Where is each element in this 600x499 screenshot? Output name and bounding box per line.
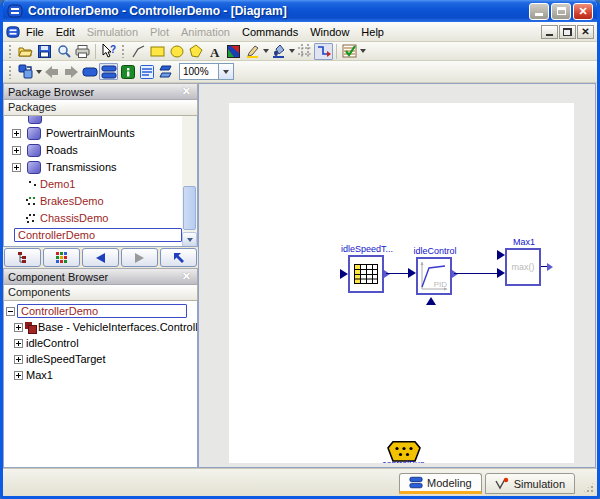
scroll-down-button[interactable] xyxy=(182,232,197,247)
input-port-upper[interactable] xyxy=(497,250,505,260)
tree-row-base[interactable]: Base - VehicleInterfaces.Controllers.In.… xyxy=(4,319,197,335)
connection-wire[interactable] xyxy=(454,273,498,274)
pen-color-button[interactable] xyxy=(243,43,262,60)
minimize-button[interactable] xyxy=(529,3,549,20)
go-up-button[interactable] xyxy=(160,248,197,267)
expand-icon[interactable] xyxy=(12,146,21,155)
zoom-level-value[interactable]: 100% xyxy=(179,63,219,80)
mdi-minimize-button[interactable] xyxy=(541,25,558,39)
model-actions-button[interactable] xyxy=(16,63,35,80)
input-port-lower[interactable] xyxy=(497,268,505,278)
components-column-header[interactable]: Components xyxy=(3,285,198,301)
text-layer-button[interactable] xyxy=(137,63,156,80)
tree-row-idlespeedtarget[interactable]: idleSpeedTarget xyxy=(4,351,197,367)
open-button[interactable] xyxy=(16,43,35,60)
icon-layer-button[interactable] xyxy=(80,63,99,80)
tab-simulation[interactable]: Simulation xyxy=(485,473,575,494)
tree-row-brakesdemo[interactable]: BrakesDemo xyxy=(4,193,197,209)
block-idlecontrol[interactable]: PID xyxy=(416,257,452,295)
output-port[interactable] xyxy=(547,263,553,271)
package-tree-scrollbar[interactable] xyxy=(182,116,197,247)
browser-back-button[interactable] xyxy=(82,248,119,267)
zoom-dropdown-button[interactable] xyxy=(219,63,234,80)
expand-icon[interactable] xyxy=(12,163,21,172)
tree-row-idlecontrol[interactable]: idleControl xyxy=(4,335,197,351)
output-port[interactable] xyxy=(384,270,390,278)
zoom-button[interactable] xyxy=(54,43,73,60)
expand-icon[interactable] xyxy=(14,355,23,364)
connect-mode-button[interactable] xyxy=(314,43,333,60)
icon-view-button[interactable] xyxy=(43,248,80,267)
tree-row-controllerdemo-root[interactable]: ControllerDemo xyxy=(4,303,197,319)
toolbar-grip[interactable] xyxy=(8,44,13,58)
back-button[interactable] xyxy=(42,63,61,80)
scroll-thumb[interactable] xyxy=(183,186,196,230)
check-model-button[interactable] xyxy=(340,43,359,60)
mdi-close-button[interactable]: ✕ xyxy=(577,25,594,39)
package-browser-close-icon[interactable]: ✕ xyxy=(180,85,193,98)
diagram-canvas[interactable]: idleSpeedT... idleControl xyxy=(229,103,574,463)
grid-button[interactable] xyxy=(295,43,314,60)
tab-modeling[interactable]: Modeling xyxy=(399,473,482,494)
package-hierarchy-button[interactable] xyxy=(4,248,41,267)
collapse-icon[interactable] xyxy=(6,307,15,316)
component-browser-close-icon[interactable]: ✕ xyxy=(180,270,193,283)
menu-animation[interactable]: Animation xyxy=(175,24,236,40)
rectangle-tool-button[interactable] xyxy=(148,43,167,60)
tree-row-powertrainmounts[interactable]: PowertrainMounts xyxy=(4,125,197,141)
input-port[interactable] xyxy=(340,269,348,279)
tree-row-max1[interactable]: Max1 xyxy=(4,367,197,383)
forward-button[interactable] xyxy=(61,63,80,80)
tree-row-chassisdemo[interactable]: ChassisDemo xyxy=(4,210,197,226)
zoom-combo[interactable]: 100% xyxy=(179,63,234,80)
tree-row-transmissions[interactable]: Transmissions xyxy=(4,159,197,175)
expand-icon[interactable] xyxy=(14,323,23,332)
save-button[interactable] xyxy=(35,43,54,60)
connection-wire[interactable] xyxy=(386,273,409,274)
output-port[interactable] xyxy=(452,270,458,278)
toolbar-grip[interactable] xyxy=(8,65,13,79)
selected-item[interactable]: ControllerDemo xyxy=(14,228,182,242)
menu-help[interactable]: Help xyxy=(355,24,390,40)
polygon-tool-button[interactable] xyxy=(186,43,205,60)
package-browser-header[interactable]: Package Browser ✕ xyxy=(3,83,198,100)
resize-grip[interactable] xyxy=(582,481,595,494)
close-button[interactable]: ✕ xyxy=(573,3,593,20)
menu-edit[interactable]: Edit xyxy=(50,24,81,40)
packages-column-header[interactable]: Packages xyxy=(3,100,198,116)
block-max1[interactable]: max() xyxy=(505,248,541,286)
mdi-document-icon[interactable] xyxy=(6,25,20,39)
block-idlespeedtarget[interactable] xyxy=(348,255,384,293)
input-port[interactable] xyxy=(408,268,416,278)
maximize-button[interactable] xyxy=(551,3,571,20)
text-tool-button[interactable]: A xyxy=(205,43,224,60)
component-view-button[interactable] xyxy=(156,63,175,80)
documentation-button[interactable] xyxy=(118,63,137,80)
selected-item[interactable]: ControllerDemo xyxy=(17,304,187,318)
expand-icon[interactable] xyxy=(14,371,23,380)
menu-file[interactable]: File xyxy=(20,24,50,40)
expand-icon[interactable] xyxy=(12,129,21,138)
check-model-dropdown[interactable] xyxy=(360,49,366,53)
ellipse-tool-button[interactable] xyxy=(167,43,186,60)
component-browser-header[interactable]: Component Browser ✕ xyxy=(3,268,198,285)
menu-commands[interactable]: Commands xyxy=(236,24,304,40)
fill-color-button[interactable] xyxy=(269,43,288,60)
context-help-button[interactable]: ? xyxy=(99,43,118,60)
menu-simulation[interactable]: Simulation xyxy=(81,24,144,40)
mdi-restore-button[interactable] xyxy=(559,25,576,39)
expand-icon[interactable] xyxy=(14,339,23,348)
title-bar[interactable]: ControllerDemo - ControllerDemo - [Diagr… xyxy=(3,0,597,22)
browser-forward-button[interactable] xyxy=(121,248,158,267)
line-tool-button[interactable] xyxy=(129,43,148,60)
toolbar-grip[interactable] xyxy=(121,44,126,58)
diagram-layer-button[interactable] xyxy=(99,63,118,80)
bitmap-tool-button[interactable] xyxy=(224,43,243,60)
menu-window[interactable]: Window xyxy=(304,24,355,40)
menu-plot[interactable]: Plot xyxy=(144,24,175,40)
tree-row-demo1[interactable]: Demo1 xyxy=(4,176,197,192)
tree-row-roads[interactable]: Roads xyxy=(4,142,197,158)
print-button[interactable] xyxy=(73,43,92,60)
tree-row-controllerdemo[interactable]: ControllerDemo xyxy=(4,227,197,243)
bottom-input-port[interactable] xyxy=(426,297,436,305)
